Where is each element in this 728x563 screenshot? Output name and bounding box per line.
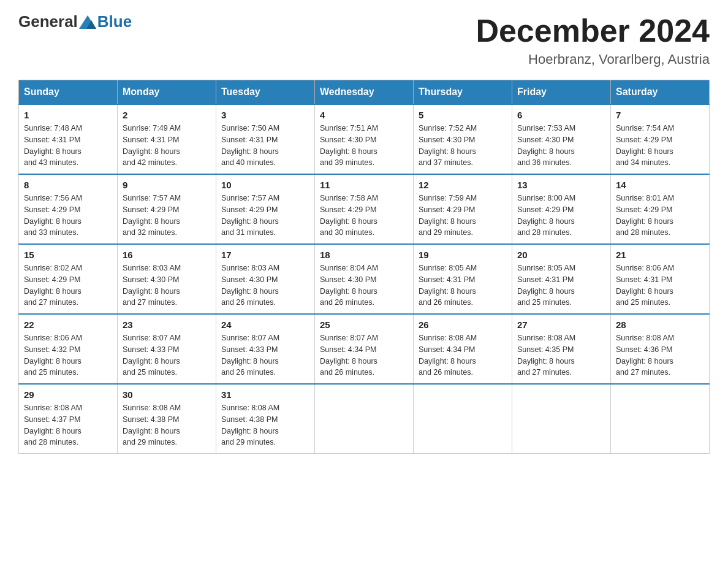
day-info: Sunrise: 8:05 AMSunset: 4:31 PMDaylight:… <box>419 262 507 308</box>
calendar-cell: 3Sunrise: 7:50 AMSunset: 4:31 PMDaylight… <box>216 104 315 174</box>
day-number: 26 <box>419 320 507 330</box>
day-info: Sunrise: 8:06 AMSunset: 4:32 PMDaylight:… <box>24 332 112 378</box>
week-row-4: 22Sunrise: 8:06 AMSunset: 4:32 PMDayligh… <box>19 314 710 384</box>
header-row: SundayMondayTuesdayWednesdayThursdayFrid… <box>19 80 710 105</box>
col-header-saturday: Saturday <box>611 80 710 105</box>
calendar-cell: 18Sunrise: 8:04 AMSunset: 4:30 PMDayligh… <box>315 244 414 314</box>
calendar-cell: 12Sunrise: 7:59 AMSunset: 4:29 PMDayligh… <box>414 174 512 244</box>
day-info: Sunrise: 8:01 AMSunset: 4:29 PMDaylight:… <box>616 193 704 239</box>
calendar-cell: 19Sunrise: 8:05 AMSunset: 4:31 PMDayligh… <box>414 244 512 314</box>
calendar-cell: 31Sunrise: 8:08 AMSunset: 4:38 PMDayligh… <box>216 384 315 454</box>
day-info: Sunrise: 8:08 AMSunset: 4:38 PMDaylight:… <box>221 402 309 448</box>
day-number: 25 <box>320 320 408 330</box>
day-number: 31 <box>221 389 309 400</box>
day-info: Sunrise: 8:00 AMSunset: 4:29 PMDaylight:… <box>517 193 605 239</box>
day-number: 3 <box>221 110 309 120</box>
col-header-tuesday: Tuesday <box>216 80 315 105</box>
day-number: 2 <box>123 110 211 120</box>
day-number: 5 <box>419 110 507 120</box>
logo-general-text: General <box>18 12 78 31</box>
day-info: Sunrise: 7:56 AMSunset: 4:29 PMDaylight:… <box>24 193 112 239</box>
col-header-wednesday: Wednesday <box>315 80 414 105</box>
calendar-cell: 13Sunrise: 8:00 AMSunset: 4:29 PMDayligh… <box>512 174 611 244</box>
calendar-cell: 17Sunrise: 8:03 AMSunset: 4:30 PMDayligh… <box>216 244 315 314</box>
day-info: Sunrise: 8:07 AMSunset: 4:34 PMDaylight:… <box>320 332 408 378</box>
calendar-cell: 4Sunrise: 7:51 AMSunset: 4:30 PMDaylight… <box>315 104 414 174</box>
calendar-cell: 29Sunrise: 8:08 AMSunset: 4:37 PMDayligh… <box>19 384 118 454</box>
calendar-cell: 26Sunrise: 8:08 AMSunset: 4:34 PMDayligh… <box>414 314 512 384</box>
week-row-2: 8Sunrise: 7:56 AMSunset: 4:29 PMDaylight… <box>19 174 710 244</box>
day-number: 30 <box>123 389 211 400</box>
day-number: 22 <box>24 320 112 330</box>
day-info: Sunrise: 7:57 AMSunset: 4:29 PMDaylight:… <box>123 193 211 239</box>
calendar-cell: 23Sunrise: 8:07 AMSunset: 4:33 PMDayligh… <box>118 314 216 384</box>
day-info: Sunrise: 7:48 AMSunset: 4:31 PMDaylight:… <box>24 123 112 169</box>
calendar-cell <box>414 384 512 454</box>
calendar-cell: 15Sunrise: 8:02 AMSunset: 4:29 PMDayligh… <box>19 244 118 314</box>
calendar-cell: 27Sunrise: 8:08 AMSunset: 4:35 PMDayligh… <box>512 314 611 384</box>
calendar-cell: 9Sunrise: 7:57 AMSunset: 4:29 PMDaylight… <box>118 174 216 244</box>
calendar-cell: 16Sunrise: 8:03 AMSunset: 4:30 PMDayligh… <box>118 244 216 314</box>
day-number: 20 <box>517 250 605 260</box>
calendar-cell: 24Sunrise: 8:07 AMSunset: 4:33 PMDayligh… <box>216 314 315 384</box>
logo-blue-text: Blue <box>97 12 132 31</box>
day-number: 10 <box>221 180 309 190</box>
calendar-cell: 28Sunrise: 8:08 AMSunset: 4:36 PMDayligh… <box>611 314 710 384</box>
day-number: 4 <box>320 110 408 120</box>
day-number: 1 <box>24 110 112 120</box>
calendar-table: SundayMondayTuesdayWednesdayThursdayFrid… <box>18 80 710 454</box>
sub-title: Hoerbranz, Vorarlberg, Austria <box>476 52 710 67</box>
calendar-cell <box>315 384 414 454</box>
day-number: 28 <box>616 320 704 330</box>
day-number: 8 <box>24 180 112 190</box>
col-header-friday: Friday <box>512 80 611 105</box>
day-info: Sunrise: 7:49 AMSunset: 4:31 PMDaylight:… <box>123 123 211 169</box>
day-number: 6 <box>517 110 605 120</box>
day-info: Sunrise: 7:50 AMSunset: 4:31 PMDaylight:… <box>221 123 309 169</box>
logo-icon <box>79 15 96 29</box>
calendar-cell: 22Sunrise: 8:06 AMSunset: 4:32 PMDayligh… <box>19 314 118 384</box>
col-header-monday: Monday <box>118 80 216 105</box>
day-info: Sunrise: 8:03 AMSunset: 4:30 PMDaylight:… <box>221 262 309 308</box>
day-info: Sunrise: 8:02 AMSunset: 4:29 PMDaylight:… <box>24 262 112 308</box>
calendar-cell: 10Sunrise: 7:57 AMSunset: 4:29 PMDayligh… <box>216 174 315 244</box>
calendar-cell: 8Sunrise: 7:56 AMSunset: 4:29 PMDaylight… <box>19 174 118 244</box>
day-info: Sunrise: 7:53 AMSunset: 4:30 PMDaylight:… <box>517 123 605 169</box>
day-info: Sunrise: 7:58 AMSunset: 4:29 PMDaylight:… <box>320 193 408 239</box>
calendar-cell: 25Sunrise: 8:07 AMSunset: 4:34 PMDayligh… <box>315 314 414 384</box>
day-info: Sunrise: 8:08 AMSunset: 4:38 PMDaylight:… <box>123 402 211 448</box>
calendar-cell: 21Sunrise: 8:06 AMSunset: 4:31 PMDayligh… <box>611 244 710 314</box>
day-number: 16 <box>123 250 211 260</box>
week-row-3: 15Sunrise: 8:02 AMSunset: 4:29 PMDayligh… <box>19 244 710 314</box>
calendar-cell: 6Sunrise: 7:53 AMSunset: 4:30 PMDaylight… <box>512 104 611 174</box>
day-number: 27 <box>517 320 605 330</box>
day-info: Sunrise: 8:03 AMSunset: 4:30 PMDaylight:… <box>123 262 211 308</box>
main-title: December 2024 <box>476 12 710 49</box>
week-row-1: 1Sunrise: 7:48 AMSunset: 4:31 PMDaylight… <box>19 104 710 174</box>
calendar-cell: 2Sunrise: 7:49 AMSunset: 4:31 PMDaylight… <box>118 104 216 174</box>
day-number: 11 <box>320 180 408 190</box>
day-info: Sunrise: 8:04 AMSunset: 4:30 PMDaylight:… <box>320 262 408 308</box>
day-number: 12 <box>419 180 507 190</box>
day-number: 14 <box>616 180 704 190</box>
day-number: 7 <box>616 110 704 120</box>
day-number: 24 <box>221 320 309 330</box>
day-info: Sunrise: 8:08 AMSunset: 4:35 PMDaylight:… <box>517 332 605 378</box>
day-info: Sunrise: 8:07 AMSunset: 4:33 PMDaylight:… <box>221 332 309 378</box>
day-number: 15 <box>24 250 112 260</box>
col-header-sunday: Sunday <box>19 80 118 105</box>
calendar-cell: 14Sunrise: 8:01 AMSunset: 4:29 PMDayligh… <box>611 174 710 244</box>
week-row-5: 29Sunrise: 8:08 AMSunset: 4:37 PMDayligh… <box>19 384 710 454</box>
day-info: Sunrise: 8:06 AMSunset: 4:31 PMDaylight:… <box>616 262 704 308</box>
day-info: Sunrise: 8:08 AMSunset: 4:34 PMDaylight:… <box>419 332 507 378</box>
day-number: 18 <box>320 250 408 260</box>
day-number: 9 <box>123 180 211 190</box>
day-number: 13 <box>517 180 605 190</box>
page-header: General Blue December 2024 Hoerbranz, Vo… <box>18 12 710 67</box>
day-number: 19 <box>419 250 507 260</box>
day-info: Sunrise: 8:08 AMSunset: 4:36 PMDaylight:… <box>616 332 704 378</box>
calendar-cell: 5Sunrise: 7:52 AMSunset: 4:30 PMDaylight… <box>414 104 512 174</box>
calendar-cell: 1Sunrise: 7:48 AMSunset: 4:31 PMDaylight… <box>19 104 118 174</box>
calendar-cell: 7Sunrise: 7:54 AMSunset: 4:29 PMDaylight… <box>611 104 710 174</box>
day-info: Sunrise: 7:59 AMSunset: 4:29 PMDaylight:… <box>419 193 507 239</box>
